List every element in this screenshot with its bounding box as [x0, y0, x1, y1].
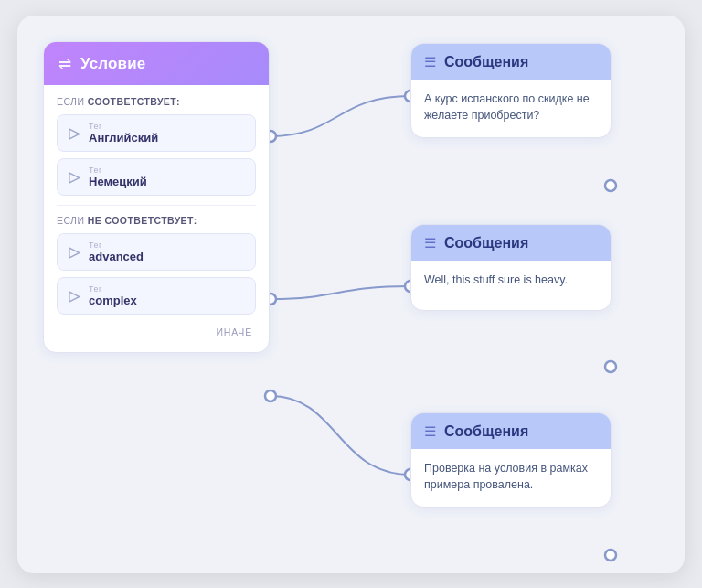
tag-item-english[interactable]: ▷ Тег Английский	[57, 114, 256, 152]
svg-point-6	[605, 180, 616, 191]
message-title-1: Сообщения	[444, 54, 528, 70]
else-label: ИНАЧЕ	[57, 321, 256, 339]
tag-content-english: Тег Английский	[89, 122, 158, 144]
tag-name-complex: complex	[89, 294, 137, 307]
tag-icon-advanced: ▷	[69, 243, 80, 261]
section-divider-1	[57, 205, 256, 206]
tag-name-german: Немецкий	[89, 175, 147, 188]
tag-icon-complex: ▷	[69, 287, 80, 305]
condition-header: ⇌ Условие	[44, 42, 269, 85]
tag-content-advanced: Тег advanced	[89, 241, 144, 263]
if-not-matches-label: ЕСЛИ НЕ СООТВЕТСТВУЕТ:	[57, 215, 256, 226]
message-title-3: Сообщения	[444, 423, 528, 440]
condition-body: ЕСЛИ СООТВЕТСТВУЕТ: ▷ Тег Английский ▷ Т…	[44, 85, 269, 352]
message-icon-2: ☰	[424, 235, 436, 251]
flow-canvas: ⇌ Условие ЕСЛИ СООТВЕТСТВУЕТ: ▷ Тег Англ…	[17, 16, 685, 573]
if-matches-label: ЕСЛИ СООТВЕТСТВУЕТ:	[57, 96, 256, 107]
message-header-2: ☰ Сообщения	[411, 225, 611, 261]
tag-item-advanced[interactable]: ▷ Тег advanced	[57, 233, 256, 271]
message-node-2[interactable]: ☰ Сообщения Well, this stuff sure is hea…	[410, 224, 612, 311]
message-title-2: Сообщения	[444, 235, 528, 251]
message-header-1: ☰ Сообщения	[411, 44, 611, 80]
message-text-1: А курс испанского по скидке не желаете п…	[424, 91, 598, 125]
message-node-3[interactable]: ☰ Сообщения Проверка на условия в рамках…	[410, 412, 612, 508]
tag-icon-german: ▷	[69, 168, 80, 186]
condition-node[interactable]: ⇌ Условие ЕСЛИ СООТВЕТСТВУЕТ: ▷ Тег Англ…	[43, 41, 270, 353]
svg-point-8	[605, 550, 616, 561]
tag-type-english: Тег	[89, 122, 158, 131]
tag-content-complex: Тег complex	[89, 284, 137, 307]
message-body-1: А курс испанского по скидке не желаете п…	[411, 80, 611, 138]
tag-name-advanced: advanced	[89, 250, 144, 263]
message-body-2: Well, this stuff sure is heavy.	[411, 261, 611, 310]
tag-type-complex: Тег	[89, 284, 137, 294]
svg-point-7	[605, 361, 616, 372]
message-icon-1: ☰	[424, 54, 436, 70]
svg-point-2	[265, 390, 276, 401]
message-header-3: ☰ Сообщения	[411, 413, 611, 449]
message-icon-3: ☰	[424, 423, 436, 440]
tag-name-english: Английский	[89, 131, 158, 144]
message-text-2: Well, this stuff sure is heavy.	[424, 272, 598, 289]
tag-type-advanced: Тег	[89, 241, 144, 250]
tag-content-german: Тег Немецкий	[89, 166, 147, 188]
message-node-1[interactable]: ☰ Сообщения А курс испанского по скидке …	[410, 43, 612, 139]
tag-type-german: Тег	[89, 166, 147, 175]
condition-title: Условие	[80, 55, 145, 73]
message-body-3: Проверка на условия в рамках примера про…	[411, 449, 611, 508]
shuffle-icon: ⇌	[58, 55, 71, 74]
tag-icon-english: ▷	[69, 124, 80, 142]
message-text-3: Проверка на условия в рамках примера про…	[424, 460, 598, 495]
tag-item-complex[interactable]: ▷ Тег complex	[57, 277, 256, 315]
tag-item-german[interactable]: ▷ Тег Немецкий	[57, 158, 256, 196]
